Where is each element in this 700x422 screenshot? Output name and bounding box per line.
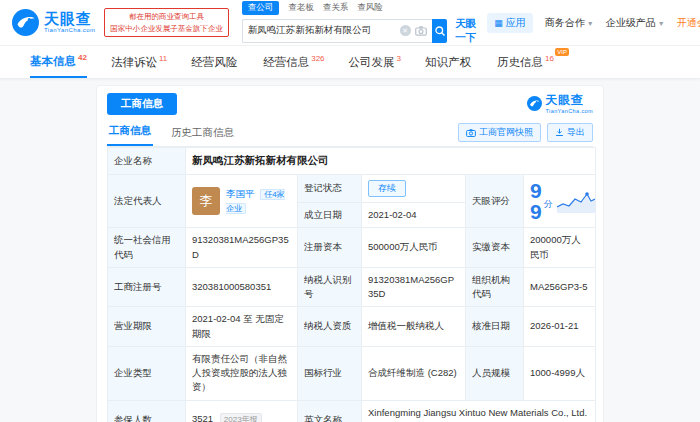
score-label: 天眼评分 — [466, 174, 524, 228]
header-menu: ▦ 应用 商务合作▼ 企业级产品▼ 开通会员▼ 消息▼ — [487, 13, 700, 33]
tianyancha-logo[interactable]: 天眼查 TianYanCha.com — [12, 9, 95, 36]
company-name: 新凤鸣江苏新拓新材有限公司 — [192, 154, 329, 166]
reg-capital-label: 注册资本 — [298, 228, 362, 268]
search-tab-risk[interactable]: 查风险 — [357, 2, 383, 14]
credit-code-label: 统一社会信用代码 — [108, 228, 186, 268]
insured-report-tag: 2023年报 — [220, 413, 262, 422]
brand-slogan: 都在用的商业查询工具 国家中小企业发展子基金旗下企业 — [104, 8, 229, 37]
paid-capital-label: 实缴资本 — [466, 228, 524, 268]
legal-rep-avatar[interactable]: 李 — [192, 187, 220, 215]
logo-text: 天眼查 — [44, 11, 95, 28]
clear-icon[interactable]: ✕ — [400, 25, 411, 36]
tianyan-search-link[interactable]: 天眼一下 — [455, 17, 478, 45]
legal-rep-label: 法定代表人 — [108, 174, 186, 228]
tab-history-info[interactable]: 历史信息16 VIP — [497, 46, 554, 78]
org-code-label: 组织机构代码 — [466, 267, 524, 307]
company-name-label: 企业名称 — [108, 148, 186, 175]
table-row: 工商注册号 320381000580351 纳税人识别号 91320381MA2… — [108, 267, 596, 307]
staff-size-label: 人员规模 — [466, 346, 524, 400]
chevron-down-icon: ▼ — [658, 20, 665, 27]
search-input[interactable] — [248, 25, 396, 36]
search-tab-relation[interactable]: 查关系 — [323, 2, 349, 14]
search-tab-company[interactable]: 查公司 — [242, 1, 280, 15]
section-title-pill: 工商信息 — [107, 93, 177, 115]
taxpayer-quali-label: 纳税人资质 — [298, 307, 362, 347]
company-type: 有限责任公司（非自然人投资或控股的法人独资） — [186, 346, 298, 400]
reg-number-label: 工商注册号 — [108, 267, 186, 307]
legal-rep-link[interactable]: 李国平 — [226, 188, 255, 199]
company-nav-tabs: 基本信息42 法律诉讼11 经营风险 经营信息326 公司发展3 知识产权 历史… — [0, 46, 700, 79]
score-sparkline-chart — [557, 189, 595, 213]
search-icon — [434, 25, 446, 37]
card-watermark-logo: 天眼查 TianYanCha.com — [527, 94, 593, 113]
tab-operating-risk[interactable]: 经营风险 — [191, 46, 239, 78]
apps-grid-icon: ▦ — [494, 18, 503, 28]
business-term-label: 营业期限 — [108, 307, 186, 347]
org-code: MA256GP3-5 — [524, 267, 596, 307]
credit-code: 91320381MA256GP35D — [186, 228, 298, 268]
export-button[interactable]: 导出 — [547, 123, 593, 142]
table-row: 法定代表人 李 李国平 任4家企业 登记状态 存续 天眼评分 — [108, 174, 596, 202]
approval-date-label: 核准日期 — [466, 307, 524, 347]
insured-label: 参保人数 — [108, 400, 186, 422]
insured-count: 3521 — [192, 413, 213, 422]
search-box: ✕ — [242, 19, 432, 43]
status-badge: 存续 — [368, 180, 406, 197]
search-tabs: 查公司 查老板 查关系 查风险 — [242, 1, 479, 15]
tab-intellectual-property[interactable]: 知识产权 — [425, 46, 473, 78]
chevron-down-icon: ▼ — [587, 20, 594, 27]
logo-domain: TianYanCha.com — [44, 27, 95, 34]
table-row: 统一社会信用代码 91320381MA256GP35D 注册资本 500000万… — [108, 228, 596, 268]
taxpayer-id-label: 纳税人识别号 — [298, 267, 362, 307]
tab-history-business-info[interactable]: 历史工商信息 — [169, 123, 236, 146]
camera-search-icon[interactable] — [415, 25, 427, 37]
paid-capital: 200000万人民币 — [524, 228, 596, 268]
tab-company-development[interactable]: 公司发展3 — [349, 46, 401, 78]
taxpayer-quali: 增值税一般纳税人 — [362, 307, 466, 347]
page-content: 工商信息 天眼查 TianYanCha.com 工商信息 历史工商信息 — [0, 79, 700, 422]
business-term: 2021-02-04 至 无固定期限 — [186, 307, 298, 347]
menu-enterprise-products[interactable]: 企业级产品▼ — [606, 16, 665, 30]
header-search: 查公司 查老板 查关系 查风险 ✕ 天眼一下 — [242, 1, 479, 45]
table-row: 企业名称 新凤鸣江苏新拓新材有限公司 — [108, 148, 596, 175]
company-type-label: 企业类型 — [108, 346, 186, 400]
table-row: 营业期限 2021-02-04 至 无固定期限 纳税人资质 增值税一般纳税人 核… — [108, 307, 596, 347]
search-button[interactable] — [432, 19, 447, 43]
approval-date: 2026-01-21 — [524, 307, 596, 347]
table-row: 参保人数 3521 2023年报 英文名称 Xinfengming Jiangs… — [108, 400, 596, 422]
tianyan-score[interactable]: 99 分 — [530, 180, 589, 222]
business-info-table: 企业名称 新凤鸣江苏新拓新材有限公司 法定代表人 李 李国平 任4家企业 — [107, 147, 596, 422]
tab-operating-info[interactable]: 经营信息326 — [263, 46, 324, 78]
menu-apps[interactable]: ▦ 应用 — [487, 13, 533, 33]
business-info-card: 工商信息 天眼查 TianYanCha.com 工商信息 历史工商信息 — [96, 85, 604, 422]
english-name: Xinfengming Jiangsu Xintuo New Materials… — [368, 407, 587, 418]
industry-label: 国标行业 — [298, 346, 362, 400]
search-tab-boss[interactable]: 查老板 — [288, 2, 314, 14]
logo-bird-icon — [12, 9, 39, 36]
english-name-label: 英文名称 — [298, 400, 362, 422]
established-date: 2021-02-04 — [362, 203, 466, 228]
status-label: 登记状态 — [298, 174, 362, 202]
snapshot-camera-icon — [466, 128, 476, 138]
menu-open-vip[interactable]: 开通会员▼ — [677, 16, 700, 30]
tab-business-info[interactable]: 工商信息 — [107, 121, 153, 146]
taxpayer-id: 91320381MA256GP35D — [362, 267, 466, 307]
table-row: 企业类型 有限责任公司（非自然人投资或控股的法人独资） 国标行业 合成纤维制造 … — [108, 346, 596, 400]
staff-size: 1000-4999人 — [524, 346, 596, 400]
tab-basic-info[interactable]: 基本信息42 — [30, 46, 87, 78]
download-icon — [555, 128, 564, 137]
top-header: 天眼查 TianYanCha.com 都在用的商业查询工具 国家中小企业发展子基… — [0, 0, 700, 46]
industry: 合成纤维制造 (C282) — [362, 346, 466, 400]
official-snapshot-button[interactable]: 工商官网快照 — [458, 123, 541, 142]
logo-bird-icon — [527, 96, 542, 111]
reg-number: 320381000580351 — [186, 267, 298, 307]
vip-badge: VIP — [555, 48, 569, 56]
menu-business-cooperation[interactable]: 商务合作▼ — [545, 16, 594, 30]
established-label: 成立日期 — [298, 203, 362, 228]
reg-capital: 500000万人民币 — [362, 228, 466, 268]
tab-legal-proceedings[interactable]: 法律诉讼11 — [111, 46, 167, 78]
